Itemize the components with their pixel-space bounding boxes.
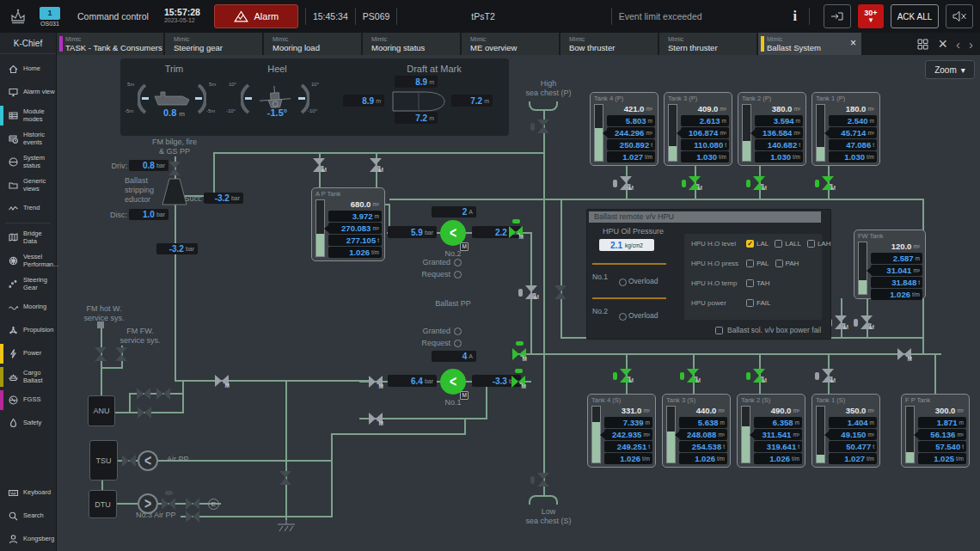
valve-overboard[interactable]: M	[897, 347, 911, 361]
close-all-icon[interactable]: ×	[938, 35, 947, 53]
tab-bow-thruster[interactable]: MimicBow thruster	[560, 33, 658, 55]
hpu-flag-checkbox-lall[interactable]	[775, 240, 782, 248]
tank-fw-tank[interactable]: FW Tank120.0m³2.587m31.041m³31.848t1.026…	[854, 230, 926, 299]
valve-dtu-3[interactable]	[186, 510, 199, 523]
dtu-box[interactable]: DTU	[89, 490, 117, 518]
tank-tank-4-p-[interactable]: Tank 4 (P)421.0m³5.803m244.296m³250.892t…	[590, 92, 658, 166]
sidebar-item-safety[interactable]: Safety	[0, 412, 56, 435]
sidebar-item-mooring[interactable]: Mooring	[0, 296, 56, 319]
valve-tsu-outlet[interactable]	[122, 454, 136, 468]
valve-low-sea-chest[interactable]	[536, 473, 550, 487]
valve-drain[interactable]	[279, 471, 292, 485]
tab-ballast-system[interactable]: MimicBallast System×	[758, 33, 861, 55]
tab-close-icon[interactable]: ×	[850, 37, 856, 49]
ack-all-button[interactable]: ACK ALL	[891, 4, 939, 28]
sidebar-item-kongsberg[interactable]: Kongsberg	[0, 528, 56, 551]
sidebar-item-module[interactable]: Module modes	[0, 104, 56, 127]
sidebar-item-propulsion[interactable]: Propulsion	[0, 319, 56, 342]
hpu-flag-checkbox-tah[interactable]	[746, 279, 754, 287]
valve-tank4p[interactable]: M	[619, 176, 633, 190]
valve-eductor-suct[interactable]: M	[215, 374, 229, 388]
alarm-button[interactable]: Alarm	[214, 4, 298, 28]
anu-box[interactable]: ANU	[88, 395, 115, 426]
sidebar-item-keyboard[interactable]: Keyboard	[0, 481, 56, 505]
valve-fw-2[interactable]: M	[860, 315, 873, 329]
tank-tank-1-s-[interactable]: Tank 1 (S)350.0m³1.404m49.150m³50.477t1.…	[812, 394, 880, 468]
valve-tank3p[interactable]: M	[688, 176, 701, 190]
tab-mooring-load[interactable]: MimicMooring load	[264, 33, 361, 55]
tab-prev-icon[interactable]: ‹	[956, 37, 960, 52]
sidebar-item-trend[interactable]: Trend	[0, 197, 56, 220]
valve-pp1-suct-a[interactable]: M	[369, 375, 383, 389]
ballast-solenoid-power-fail-checkbox[interactable]	[715, 327, 723, 334]
valve-tank4s[interactable]: M	[619, 369, 633, 383]
tank-f-p-tank[interactable]: F P Tank300.0m³1.871m56.136m³57.540t1.02…	[901, 394, 970, 468]
tank-tank-3-s-[interactable]: Tank 3 (S)440.0m³5.638m248.088m³254.538t…	[662, 394, 731, 468]
sidebar-item-search[interactable]: Search	[0, 505, 56, 528]
valve-tank2p[interactable]: M	[752, 176, 766, 190]
info-icon[interactable]: i	[793, 9, 797, 24]
pump-no3-air-pp[interactable]: >	[138, 493, 158, 514]
zoom-dropdown[interactable]: Zoom▾	[925, 60, 975, 79]
hpu-flag-checkbox-lal[interactable]: ✓	[746, 240, 754, 248]
valve-dtu-2[interactable]	[186, 497, 199, 511]
tank-a-p-tank[interactable]: A P Tank680.0m³3.972m270.083m³277.105t1.…	[311, 187, 385, 261]
valve-tank1s[interactable]: M	[821, 369, 835, 383]
valve-ap-top-2[interactable]: M	[369, 158, 383, 172]
tank-tank-2-s-[interactable]: Tank 2 (S)490.0m³6.358m311.541m³319.641t…	[737, 394, 805, 468]
sidebar-item-generic[interactable]: Generic views	[0, 174, 56, 197]
valve-manifold-left[interactable]: M	[512, 347, 526, 361]
sidebar-item-cargo[interactable]: Cargo Ballast	[0, 365, 56, 389]
valve-fm-bilge[interactable]	[168, 162, 181, 175]
valve-tank3s[interactable]: M	[686, 369, 700, 383]
pump-air-pp[interactable]: <	[138, 450, 158, 471]
tab-me-overview[interactable]: MimicME overview	[462, 33, 559, 55]
valve-tank2s[interactable]: M	[752, 369, 766, 383]
mute-button[interactable]	[946, 4, 973, 28]
valve-high-sea-chest[interactable]	[536, 119, 550, 133]
operator-station[interactable]: 1 OS031	[40, 7, 60, 27]
valve-pp1-suct-b[interactable]: M	[369, 412, 383, 425]
tab-next-icon[interactable]: ›	[969, 37, 973, 52]
logout-button[interactable]	[824, 4, 851, 28]
valve-anu-2[interactable]	[156, 387, 170, 401]
hpu-flag-checkbox-pah[interactable]	[775, 260, 783, 267]
sidebar-item-bridge-data[interactable]: Bridge Data	[0, 226, 56, 249]
split-view-icon[interactable]	[916, 38, 929, 51]
sidebar-item-vessel[interactable]: Vessel Performan...	[0, 249, 56, 272]
valve-fm-fw[interactable]	[114, 347, 128, 361]
tank-tank-2-p-[interactable]: Tank 2 (P)380.0m³3.594m136.584m³140.682t…	[738, 92, 806, 166]
valve-fw-1[interactable]: M	[834, 315, 848, 329]
hpu-no2-overload-indicator	[619, 313, 627, 321]
hpu-flag-checkbox-lah[interactable]	[807, 240, 815, 248]
hpu-flag-label: FAIL	[756, 299, 770, 307]
valve-tank1p[interactable]: M	[821, 176, 835, 190]
valve-pp1-disch[interactable]: M	[511, 375, 525, 389]
alarm-count-badge[interactable]: 30+ ▾	[858, 4, 884, 28]
tank-tank-3-p-[interactable]: Tank 3 (P)409.0m³2.613m106.874m³110.080t…	[664, 92, 732, 166]
sidebar-item-steering[interactable]: Steering Gear	[0, 272, 56, 296]
tank-tank-1-p-[interactable]: Tank 1 (P)180.0m³2.540m45.714m³47.086t1.…	[812, 92, 880, 166]
sidebar-item-fgss[interactable]: FGSS	[0, 389, 56, 412]
sidebar-item-power[interactable]: Power	[0, 342, 56, 365]
valve-fm-hot[interactable]	[94, 347, 107, 361]
valve-pp2-disch[interactable]: M	[509, 225, 523, 239]
sidebar-item-alarm-view[interactable]: Alarm view	[0, 81, 56, 104]
valve-mid-cross-b[interactable]	[554, 285, 567, 299]
valve-mid-cross-a[interactable]: M	[524, 285, 538, 299]
valve-anu-1[interactable]	[137, 387, 150, 401]
sidebar-item-system[interactable]: System status	[0, 150, 56, 174]
tank-tank-4-s-[interactable]: Tank 4 (S)331.0m³7.339m242.935m³249.251t…	[587, 394, 656, 468]
valve-anu-3[interactable]	[138, 406, 151, 419]
tab-task-tank-consumers[interactable]: MimicTASK - Tank & Consumers	[57, 33, 163, 55]
tsu-box[interactable]: TSU	[89, 440, 118, 481]
hpu-flag-checkbox-pal[interactable]	[746, 260, 754, 267]
sidebar-item-historic[interactable]: Historic events	[0, 127, 56, 150]
tab-stern-thruster[interactable]: MimicStern thruster	[659, 33, 756, 55]
valve-ap-top-1[interactable]: M	[312, 158, 326, 172]
tab-steering-gear[interactable]: MimicSteering gear	[165, 33, 262, 55]
hpu-flag-checkbox-fail[interactable]	[746, 299, 754, 307]
valve-dtu-1[interactable]	[162, 497, 175, 511]
sidebar-item-home[interactable]: Home	[0, 58, 56, 81]
tab-mooring-status[interactable]: MimicMooring status	[363, 33, 460, 55]
